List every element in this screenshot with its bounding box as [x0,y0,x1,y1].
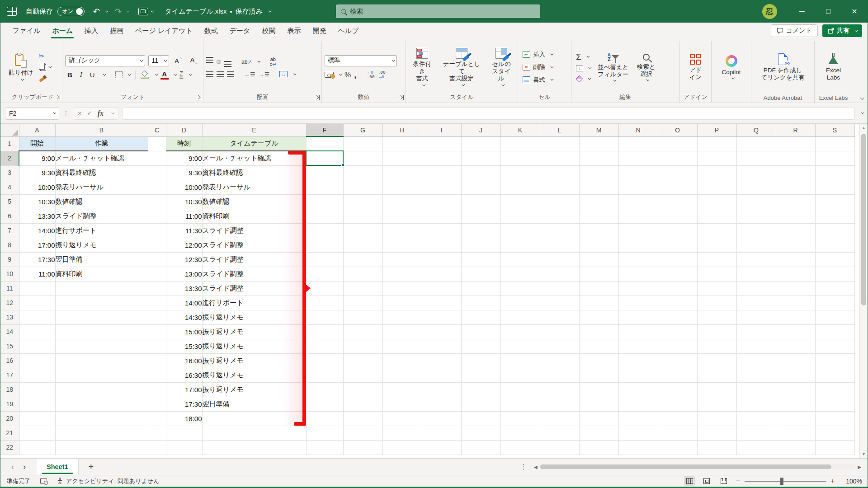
cell-H17[interactable] [382,368,422,382]
cell-P21[interactable] [697,426,736,440]
cell-N14[interactable] [618,324,658,339]
cell-S15[interactable] [815,339,854,353]
cell-J5[interactable] [461,194,500,209]
vertical-scroll-thumb[interactable] [861,134,866,305]
cell-J18[interactable] [461,382,500,397]
cell-K10[interactable] [500,267,540,281]
cell-E10[interactable]: スライド調整 [202,267,306,281]
cell-B8[interactable]: 振り返りメモ [55,238,148,252]
cell-H5[interactable] [382,194,422,209]
cell-G16[interactable] [343,353,382,368]
cell-R16[interactable] [776,353,815,368]
cell-C6[interactable] [148,209,166,223]
cell-O4[interactable] [658,180,697,194]
row-header-15[interactable]: 15 [0,339,19,353]
cell-B21[interactable] [55,426,148,440]
cell-B11[interactable] [55,281,148,296]
cell-L8[interactable] [540,238,579,252]
cell-F19[interactable] [306,397,343,411]
cell-D9[interactable]: 12:30 [166,252,202,267]
row-header-18[interactable]: 18 [0,382,19,397]
document-title[interactable]: タイムテーブル.xlsx • 保存済み [165,7,270,16]
undo-chevron-icon[interactable] [105,9,108,12]
cell-F1[interactable] [306,136,343,151]
excel-labs-button[interactable]: Excel Labs [823,52,844,82]
row-header-4[interactable]: 4 [0,180,19,194]
cell-I17[interactable] [422,368,461,382]
cell-R11[interactable] [776,281,815,296]
cell-J21[interactable] [461,426,500,440]
cell-G8[interactable] [343,238,382,252]
user-avatar[interactable]: 忍 [762,4,777,19]
cell-B14[interactable] [55,324,148,339]
namebox-drag-handle[interactable]: ⋮ [63,110,69,117]
confirm-entry-icon[interactable]: ✓ [87,110,92,117]
cell-D18[interactable]: 17:00 [166,382,202,397]
cell-K20[interactable] [500,411,540,426]
cell-C14[interactable] [148,324,166,339]
scroll-left-icon[interactable]: ◀ [534,465,538,469]
cell-S20[interactable] [815,411,854,426]
next-sheet-icon[interactable]: › [19,462,30,472]
red-brace-top-hook[interactable] [288,151,305,155]
column-header-K[interactable]: K [500,124,540,136]
cell-E19[interactable]: 翌日準備 [202,397,306,411]
column-header-I[interactable]: I [422,124,461,136]
column-header-P[interactable]: P [697,124,736,136]
red-brace-bottom-hook[interactable] [294,422,305,426]
cell-P7[interactable] [697,223,736,238]
red-brace-pointer[interactable] [306,284,311,292]
cell-R2[interactable] [776,151,815,165]
align-left-icon[interactable] [206,71,213,77]
cell-F18[interactable] [306,382,343,397]
cell-N4[interactable] [618,180,658,194]
cell-N9[interactable] [618,252,658,267]
column-header-Q[interactable]: Q [736,124,776,136]
cell-H21[interactable] [382,426,422,440]
cell-B2[interactable]: メール・チャット確認 [55,151,148,165]
cell-P16[interactable] [697,353,736,368]
font-color-icon[interactable]: A [160,70,169,80]
cell-O3[interactable] [658,165,697,180]
align-right-icon[interactable] [227,71,234,77]
cell-Q1[interactable] [736,136,776,151]
cell-A15[interactable] [19,339,55,353]
cell-L12[interactable] [540,296,579,310]
row-header-14[interactable]: 14 [0,324,19,339]
copy-button[interactable] [39,63,51,71]
cell-B9[interactable]: 翌日準備 [55,252,148,267]
wrap-text-icon[interactable]: abc↩ [269,57,276,67]
cell-C18[interactable] [148,382,166,397]
cell-E14[interactable]: 振り返りメモ [202,324,306,339]
borders-icon[interactable] [115,71,123,78]
cell-B20[interactable] [55,411,148,426]
vertical-scrollbar[interactable]: ▲ ▼ [859,124,868,458]
cell-G17[interactable] [343,368,382,382]
cell-D17[interactable]: 16:30 [166,368,202,382]
column-header-M[interactable]: M [579,124,618,136]
sheet-tab-sheet1[interactable]: Sheet1 [37,459,79,475]
decrease-indent-icon[interactable]: ←☰ [244,71,255,78]
cell-D4[interactable]: 10:00 [166,180,202,194]
cell-K2[interactable] [500,151,540,165]
cell-A7[interactable]: 14:00 [19,223,55,238]
cell-R10[interactable] [776,267,815,281]
cell-N16[interactable] [618,353,658,368]
cell-N1[interactable] [618,136,658,151]
cell-L11[interactable] [540,281,579,296]
cell-Q4[interactable] [736,180,776,194]
cell-G4[interactable] [343,180,382,194]
cell-H15[interactable] [382,339,422,353]
search-input[interactable] [350,8,535,15]
redo-button[interactable]: ↷ [113,5,124,18]
cell-E17[interactable]: 振り返りメモ [202,368,306,382]
menu-tab[interactable]: 開発 [307,23,332,38]
cell-C15[interactable] [148,339,166,353]
cell-Q22[interactable] [736,440,776,455]
increase-decimal-icon[interactable]: ←0.00 [367,70,375,80]
cell-L18[interactable] [540,382,579,397]
cell-P22[interactable] [697,440,736,455]
cell-M19[interactable] [579,397,618,411]
cell-I21[interactable] [422,426,461,440]
cell-B19[interactable] [55,397,148,411]
